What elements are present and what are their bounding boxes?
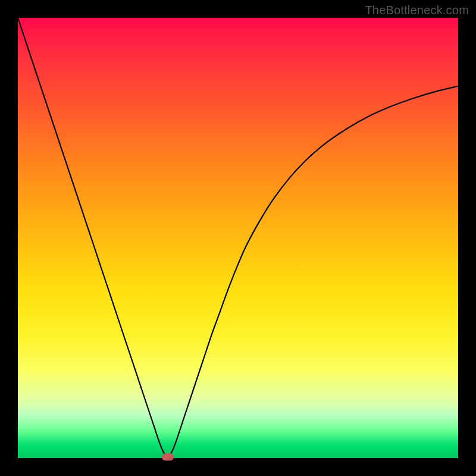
plot-area [18,18,458,458]
bottleneck-curve [18,18,458,458]
minimum-marker [162,453,174,461]
chart-frame: TheBottleneck.com [0,0,476,476]
watermark-text: TheBottleneck.com [365,4,469,17]
